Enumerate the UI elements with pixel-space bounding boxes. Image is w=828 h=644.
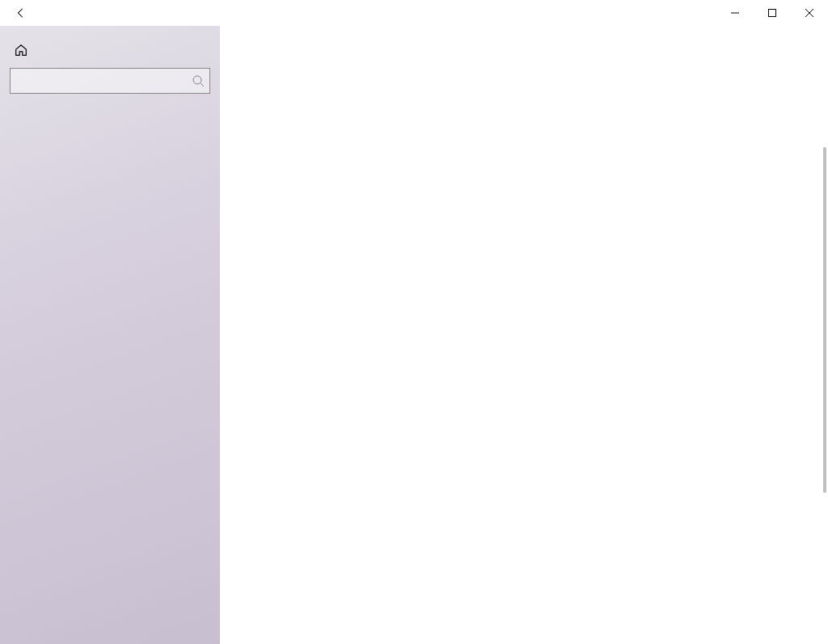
scrollbar[interactable] (822, 147, 826, 641)
window-controls (716, 0, 828, 26)
sidebar (0, 26, 220, 644)
search-icon (192, 74, 205, 87)
sidebar-home[interactable] (0, 32, 220, 68)
content-pane (220, 26, 828, 644)
content-scroll[interactable] (236, 50, 828, 613)
close-button[interactable] (791, 0, 828, 26)
maximize-button[interactable] (754, 0, 791, 26)
sidebar-section-title (0, 105, 220, 121)
svg-point-1 (193, 76, 201, 84)
close-icon (805, 9, 813, 17)
home-icon (13, 42, 29, 58)
minimize-icon (731, 9, 739, 17)
search-box[interactable] (10, 68, 210, 94)
back-button[interactable] (6, 0, 36, 26)
minimize-button[interactable] (716, 0, 754, 26)
arrow-left-icon (15, 7, 27, 19)
maximize-icon (768, 9, 776, 17)
svg-rect-0 (769, 10, 776, 17)
search-input[interactable] (19, 74, 192, 87)
titlebar (0, 0, 828, 26)
scrollbar-thumb[interactable] (823, 147, 826, 493)
